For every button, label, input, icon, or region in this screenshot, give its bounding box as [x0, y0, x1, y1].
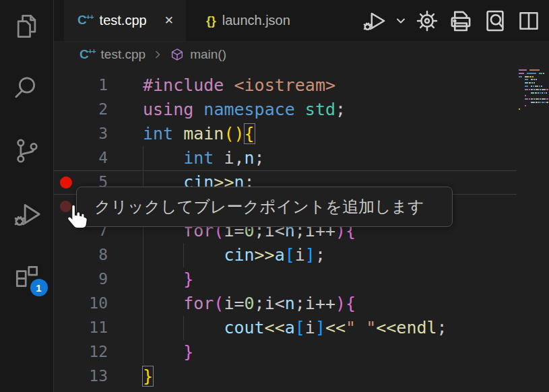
minimap-line — [519, 89, 548, 90]
symbol-method-cube-icon — [170, 47, 185, 62]
breakpoint-tooltip: クリックしてブレークポイントを追加します — [76, 187, 453, 227]
activity-search-button[interactable] — [11, 72, 43, 104]
line-number[interactable]: 1 — [67, 76, 108, 94]
cpp-file-icon: C++ — [79, 47, 96, 62]
minimap-line — [519, 98, 548, 100]
chevron-down-icon[interactable] — [394, 14, 408, 28]
chevron-right-icon — [151, 48, 164, 61]
activity-bar: 1 — [0, 0, 54, 392]
tab-launch-json[interactable]: {} launch.json — [186, 0, 302, 41]
line-number[interactable]: 10 — [67, 294, 108, 312]
tab-test-cpp[interactable]: C++ test.cpp ✕ — [64, 0, 186, 41]
code-line-8[interactable]: 8cin>>a[i]; — [54, 243, 549, 267]
line-number[interactable]: 4 — [67, 149, 108, 166]
hand-cursor-icon — [63, 202, 92, 233]
minimap-line — [519, 105, 548, 106]
code-line-11[interactable]: 11cout<<a[i]<<" "<<endl; — [54, 316, 549, 340]
code-text: int i,n; — [143, 148, 265, 169]
code-line-3[interactable]: 3int main(){ — [54, 122, 549, 146]
settings-gear-icon[interactable] — [414, 7, 441, 35]
code-text: } — [143, 269, 193, 290]
tooltip-text: クリックしてブレークポイントを追加します — [94, 196, 424, 218]
line-number[interactable]: 2 — [67, 100, 108, 118]
code-text: for(i=0;i<n;i++){ — [143, 293, 356, 315]
code-text: using namespace std; — [143, 99, 346, 121]
code-text: #include <iostream> — [143, 75, 335, 96]
line-number[interactable]: 9 — [67, 270, 108, 288]
minimap-line — [519, 108, 548, 110]
code-text: } — [143, 341, 193, 363]
print-icon[interactable] — [447, 7, 475, 35]
line-number[interactable]: 12 — [67, 343, 108, 360]
code-line-1[interactable]: 1#include <iostream> — [54, 73, 549, 98]
breadcrumb-file[interactable]: test.cpp — [101, 47, 146, 62]
minimap-line — [519, 69, 548, 71]
minimap[interactable] — [519, 69, 548, 111]
minimap-line — [519, 86, 548, 87]
close-icon[interactable]: ✕ — [164, 13, 174, 28]
activity-run-debug-button[interactable] — [11, 197, 43, 230]
code-line-2[interactable]: 2using namespace std; — [54, 98, 549, 122]
line-number[interactable]: 3 — [67, 125, 108, 142]
minimap-line — [519, 92, 548, 94]
tab-label: test.cpp — [100, 13, 147, 28]
editor-actions — [361, 0, 549, 41]
breakpoint-dot[interactable] — [60, 176, 72, 189]
search-editor-icon[interactable] — [481, 7, 509, 35]
vscode-window: 1 C++ test.cpp ✕ {} launch.json — [0, 0, 549, 392]
tab-bar: C++ test.cpp ✕ {} launch.json — [54, 0, 549, 42]
editor-group: C++ test.cpp ✕ {} launch.json — [54, 0, 549, 392]
code-text: cin>>a[i]; — [143, 244, 325, 266]
json-file-icon: {} — [206, 13, 216, 28]
search-icon — [12, 73, 42, 103]
code-line-4[interactable]: 4int i,n; — [54, 146, 549, 170]
breadcrumb-symbol[interactable]: main() — [190, 47, 226, 62]
line-number[interactable]: 13 — [67, 367, 108, 385]
minimap-line — [519, 95, 548, 96]
breadcrumb: C++ test.cpp main() — [54, 42, 549, 67]
minimap-line — [519, 79, 548, 80]
minimap-line — [519, 102, 548, 103]
tab-label: launch.json — [222, 13, 290, 28]
line-number[interactable]: 11 — [67, 319, 108, 336]
activity-extensions-button[interactable]: 1 — [11, 260, 43, 292]
minimap-line — [519, 76, 548, 77]
code-line-12[interactable]: 12} — [54, 340, 549, 364]
activity-source-control-button[interactable] — [11, 135, 43, 167]
code-line-10[interactable]: 10for(i=0;i<n;i++){ — [54, 292, 549, 316]
minimap-line — [519, 73, 548, 74]
code-text: cout<<a[i]<<" "<<endl; — [143, 317, 447, 339]
code-lines: 1#include <iostream>2using namespace std… — [54, 67, 549, 389]
code-line-9[interactable]: 9} — [54, 267, 549, 292]
code-text: int main(){ — [143, 123, 255, 145]
code-editor[interactable]: 1#include <iostream>2using namespace std… — [54, 67, 549, 392]
run-debug-icon — [11, 198, 42, 229]
extensions-badge: 1 — [30, 279, 48, 296]
split-editor-icon[interactable] — [515, 7, 542, 35]
code-text: } — [143, 366, 153, 387]
activity-explorer-button[interactable] — [11, 9, 43, 42]
source-control-icon — [12, 136, 42, 166]
code-line-13[interactable]: 13} — [54, 364, 549, 389]
line-number[interactable]: 8 — [67, 246, 108, 263]
minimap-line — [519, 82, 548, 84]
files-icon — [12, 11, 42, 40]
debug-run-icon[interactable] — [361, 7, 388, 35]
cpp-file-icon: C++ — [77, 13, 94, 28]
